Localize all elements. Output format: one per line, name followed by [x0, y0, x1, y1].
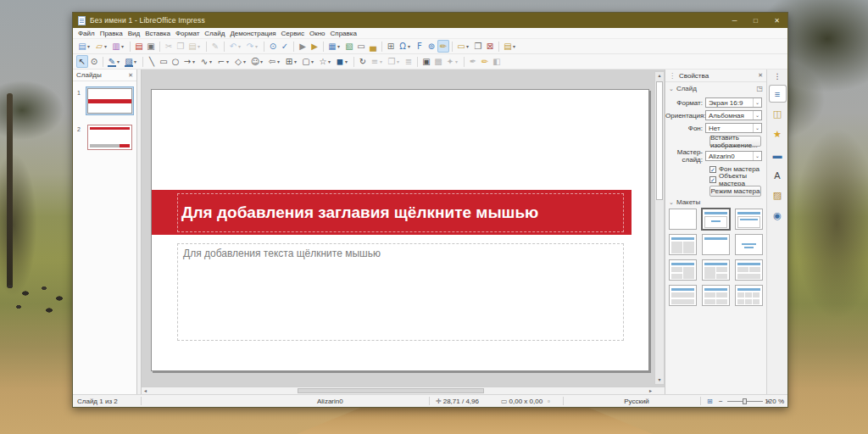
- menu-file[interactable]: Файл: [75, 28, 97, 38]
- insert-chart-button[interactable]: ▄: [367, 40, 379, 53]
- master-view-button[interactable]: Режим мастера: [709, 186, 761, 197]
- shadow-button[interactable]: ▣: [420, 55, 432, 68]
- start-from-current-slide-button[interactable]: ▶: [309, 40, 320, 53]
- layout-title-slide[interactable]: [702, 209, 730, 230]
- horizontal-scroll-thumb[interactable]: [298, 388, 484, 393]
- delete-slide-button[interactable]: ⊠: [484, 40, 496, 53]
- slides-panel-close-icon[interactable]: ✕: [128, 72, 133, 79]
- slide-properties-dropdown-icon[interactable]: ▾: [513, 43, 518, 49]
- lines-and-arrows-dropdown-icon[interactable]: ▾: [192, 58, 198, 64]
- rotate-button[interactable]: ↻: [357, 55, 369, 68]
- connectors-dropdown-icon[interactable]: ▾: [226, 58, 231, 64]
- image-filter-dropdown-icon[interactable]: ▾: [455, 58, 460, 64]
- menu-view[interactable]: Вид: [125, 28, 142, 38]
- insert-line-button[interactable]: ╲: [146, 55, 158, 68]
- menu-slideshow[interactable]: Демонстрация: [227, 28, 278, 38]
- fill-color-button[interactable]: ▨▾: [123, 55, 140, 68]
- insert-table-button[interactable]: ▦▾: [326, 40, 343, 53]
- open-file-dropdown-icon[interactable]: ▾: [104, 43, 109, 49]
- layout-blank[interactable]: [669, 209, 697, 230]
- flowchart-shapes-button[interactable]: ⊞▾: [283, 55, 300, 68]
- chevron-down-icon[interactable]: ⌄: [753, 98, 761, 107]
- line-color-dropdown-icon[interactable]: ▾: [117, 58, 122, 64]
- lines-and-arrows-button[interactable]: →▾: [181, 55, 198, 68]
- menu-slide[interactable]: Слайд: [202, 28, 227, 38]
- slide-thumbnail-2[interactable]: [87, 125, 132, 150]
- layout-two-content-and-content[interactable]: [669, 259, 697, 281]
- scroll-up-icon[interactable]: ▴: [655, 72, 664, 80]
- special-character-button[interactable]: Ω▾: [397, 40, 414, 53]
- collapse-icon[interactable]: ⌄: [669, 199, 674, 206]
- select-button[interactable]: ↖: [76, 55, 88, 68]
- vertical-scroll-thumb[interactable]: [656, 81, 663, 200]
- menu-window[interactable]: Окно: [307, 28, 328, 38]
- zoom-pan-button[interactable]: ⊙: [88, 55, 100, 68]
- sidebar-menu-icon[interactable]: ⋮: [770, 71, 786, 81]
- scroll-down-icon[interactable]: ▾: [655, 376, 664, 384]
- save-button[interactable]: ▥▾: [110, 40, 127, 53]
- block-arrows-dropdown-icon[interactable]: ▾: [277, 58, 282, 64]
- layout-content-and-two-content[interactable]: [702, 259, 730, 281]
- tab-properties[interactable]: ≡: [770, 86, 786, 102]
- background-select[interactable]: Нет ⌄: [705, 123, 762, 133]
- zoom-slider[interactable]: [727, 401, 763, 402]
- rectangle-button[interactable]: ▭: [158, 55, 170, 68]
- new-document-dropdown-icon[interactable]: ▾: [87, 43, 92, 49]
- zoom-level-status[interactable]: 120 %: [765, 395, 784, 407]
- tab-gallery[interactable]: ▨: [770, 187, 786, 203]
- align-objects-dropdown-icon[interactable]: ▾: [380, 58, 385, 64]
- fontwork-button[interactable]: F: [414, 40, 426, 53]
- layout-four-content[interactable]: [702, 285, 730, 306]
- layout-title-only[interactable]: [702, 234, 730, 255]
- format-select[interactable]: Экран 16:9 ⌄: [705, 97, 762, 108]
- new-document-button[interactable]: ▤▾: [76, 40, 93, 53]
- vertical-scrollbar[interactable]: ▴ ▾: [654, 71, 665, 385]
- hyperlink-button[interactable]: ⊚: [426, 40, 437, 53]
- line-color-button[interactable]: ✎▾: [106, 55, 123, 68]
- tab-navigator[interactable]: ◉: [770, 208, 786, 224]
- master-slide-status[interactable]: Alizarin0: [317, 395, 343, 407]
- export-pdf-button[interactable]: ▤: [133, 40, 145, 53]
- callout-shapes-button[interactable]: ▢▾: [300, 55, 317, 68]
- layout-title-content[interactable]: [735, 209, 763, 230]
- menu-format[interactable]: Формат: [173, 28, 202, 38]
- duplicate-slide-button[interactable]: ❐: [472, 40, 484, 53]
- basic-shapes-button[interactable]: ◇▾: [232, 55, 249, 68]
- collapse-icon[interactable]: ⌄: [669, 86, 674, 92]
- insert-image-button[interactable]: Вставить изображение...: [709, 136, 761, 147]
- slide-thumbnail-1[interactable]: [87, 88, 132, 114]
- fill-color-dropdown-icon[interactable]: ▾: [134, 58, 139, 64]
- tab-master-slides[interactable]: ▬: [770, 147, 786, 163]
- show-draw-functions-button[interactable]: ✏: [437, 40, 449, 53]
- zoom-slider-handle[interactable]: [743, 398, 747, 404]
- 3d-objects-dropdown-icon[interactable]: ▾: [345, 58, 350, 64]
- maximize-button[interactable]: □: [745, 13, 766, 28]
- scroll-left-icon[interactable]: ◂: [142, 387, 149, 394]
- spelling-button[interactable]: ✓: [279, 40, 291, 53]
- print-button[interactable]: ▣: [145, 40, 157, 53]
- orientation-select[interactable]: Альбомная ⌄: [705, 110, 762, 120]
- star-shapes-button[interactable]: ☆▾: [317, 55, 334, 68]
- zoom-out-icon[interactable]: −: [719, 395, 723, 407]
- flowchart-shapes-dropdown-icon[interactable]: ▾: [294, 58, 299, 64]
- new-slide-dropdown-icon[interactable]: ▾: [466, 43, 471, 49]
- menu-edit[interactable]: Правка: [97, 28, 125, 38]
- symbol-shapes-button[interactable]: ☺▾: [249, 55, 266, 68]
- ellipse-button[interactable]: ○: [170, 55, 181, 68]
- open-file-button[interactable]: ▱▾: [93, 40, 110, 53]
- new-slide-button[interactable]: ▭▾: [455, 40, 472, 53]
- fit-slide-icon[interactable]: ⊞: [707, 395, 713, 407]
- title-placeholder[interactable]: Для добавления заглавия щёлкните мышью: [177, 193, 624, 232]
- chevron-down-icon[interactable]: ⌄: [753, 111, 761, 120]
- title-bar[interactable]: Без имени 1 - LibreOffice Impress ─ □ ✕: [73, 13, 787, 28]
- start-from-first-slide-button[interactable]: ▶: [297, 40, 309, 53]
- slide-properties-button[interactable]: ▤▾: [502, 40, 519, 53]
- special-character-dropdown-icon[interactable]: ▾: [408, 43, 413, 49]
- minimize-button[interactable]: ─: [724, 13, 745, 28]
- show-glue-points-button[interactable]: ✏: [479, 55, 491, 68]
- chevron-down-icon[interactable]: ⌄: [753, 152, 761, 160]
- scroll-right-icon[interactable]: ▸: [647, 387, 654, 394]
- tab-animation[interactable]: ★: [770, 126, 786, 142]
- master-background-checkbox[interactable]: ✓: [709, 166, 716, 173]
- undo-dropdown-icon[interactable]: ▾: [238, 43, 243, 49]
